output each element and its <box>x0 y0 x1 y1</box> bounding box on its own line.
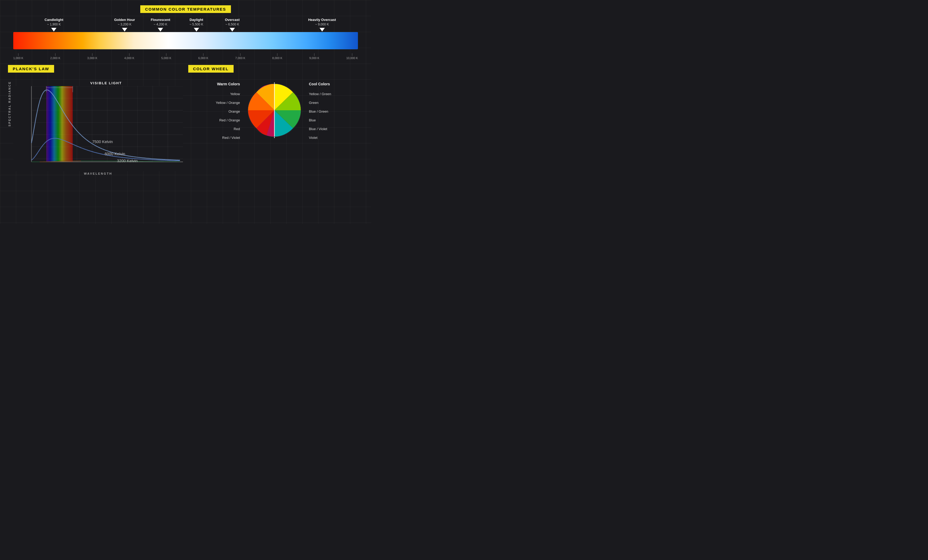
warm-label-red-violet: Red / Violet <box>211 136 240 140</box>
cool-title: Cool Colors <box>309 82 341 86</box>
scale-5000k: 5,000 K <box>161 53 171 59</box>
arrow-flourescent <box>158 28 163 32</box>
scale-10000k: 10,000 K <box>346 53 358 59</box>
visible-light-label: VISIBLE LIGHT <box>29 81 183 85</box>
cool-label-blue-violet: Blue / Violet <box>309 127 341 131</box>
arrows-row <box>8 28 363 32</box>
cool-label-violet: Violet <box>309 136 341 140</box>
cool-label-green: Green <box>309 101 341 105</box>
plancks-panel: PLANCK'S LAW SPECTRAL RADIANCE VISIBLE L… <box>8 65 183 175</box>
scale-6000k: 6,000 K <box>198 53 208 59</box>
temp-label-golden-hour: Golden Hour ~ 3,200 K <box>107 18 142 27</box>
gradient-bar <box>13 32 358 49</box>
cool-label-yellow-green: Yellow / Green <box>309 92 341 96</box>
planck-chart <box>13 86 183 171</box>
arrow-heavily-overcast <box>319 28 325 32</box>
arrow-golden-hour <box>122 28 127 32</box>
warm-label-yellow: Yellow <box>211 92 240 96</box>
arrow-candlelight <box>51 28 56 32</box>
color-wheel-panel: COLOR WHEEL Warm Colors Yellow Yellow / … <box>188 65 363 175</box>
scale-4000k: 4,000 K <box>124 53 134 59</box>
cool-label-blue: Blue <box>309 118 341 122</box>
cool-labels-column: Cool Colors Yellow / Green Green Blue / … <box>309 82 341 140</box>
arrow-overcast <box>230 28 235 32</box>
warm-labels-column: Warm Colors Yellow Yellow / Orange Orang… <box>211 82 240 140</box>
warm-label-red: Red <box>211 127 240 131</box>
warm-label-red-orange: Red / Orange <box>211 118 240 122</box>
scale-2000k: 2,000 K <box>50 53 61 59</box>
scale-7000k: 7,000 K <box>235 53 245 59</box>
temp-label-flourescent: Flourescent ~ 4,200 K <box>143 18 179 27</box>
color-wheel-svg-container <box>245 81 304 140</box>
bottom-section: PLANCK'S LAW SPECTRAL RADIANCE VISIBLE L… <box>8 65 363 175</box>
gradient-bar-container <box>8 32 363 49</box>
page-wrapper: COMMON COLOR TEMPERATURES Candlelight ~ … <box>0 0 371 181</box>
temperature-labels: Candlelight ~ 1,900 K Golden Hour ~ 3,20… <box>8 18 363 27</box>
warm-label-orange: Orange <box>211 110 240 113</box>
temp-label-heavily-overcast: Heavily Overcast ~ 9,000 K <box>298 18 346 27</box>
temp-label-daylight: Daylight ~ 5,500 K <box>179 18 214 27</box>
wheel-content: Warm Colors Yellow Yellow / Orange Orang… <box>188 81 363 140</box>
x-axis-label: WAVELENGTH <box>13 172 183 175</box>
scale-9000k: 9,000 K <box>309 53 319 59</box>
scale-1000k: 1,000 K <box>13 53 23 59</box>
warm-label-yellow-orange: Yellow / Orange <box>211 101 240 105</box>
chart-container: VISIBLE LIGHT WAVELENGTH <box>13 81 183 175</box>
warm-title: Warm Colors <box>211 82 240 86</box>
temp-label-candlelight: Candlelight ~ 1,900 K <box>37 18 70 27</box>
arrow-daylight <box>194 28 199 32</box>
color-wheel-svg <box>245 81 304 139</box>
top-section: COMMON COLOR TEMPERATURES Candlelight ~ … <box>8 5 363 59</box>
scale-3000k: 3,000 K <box>87 53 97 59</box>
common-temp-badge: COMMON COLOR TEMPERATURES <box>140 5 231 13</box>
planck-badge: PLANCK'S LAW <box>8 65 54 73</box>
scale-8000k: 8,000 K <box>272 53 282 59</box>
color-wheel-badge: COLOR WHEEL <box>188 65 234 73</box>
scale-row: 1,000 K 2,000 K 3,000 K 4,000 K 5,000 K … <box>8 52 363 59</box>
cool-label-blue-green: Blue / Green <box>309 110 341 113</box>
y-axis-label: SPECTRAL RADIANCE <box>8 81 11 126</box>
plancks-chart-area: SPECTRAL RADIANCE VISIBLE LIGHT WAVELENG… <box>8 81 183 175</box>
temp-label-overcast: Overcast ~ 6,500 K <box>214 18 250 27</box>
